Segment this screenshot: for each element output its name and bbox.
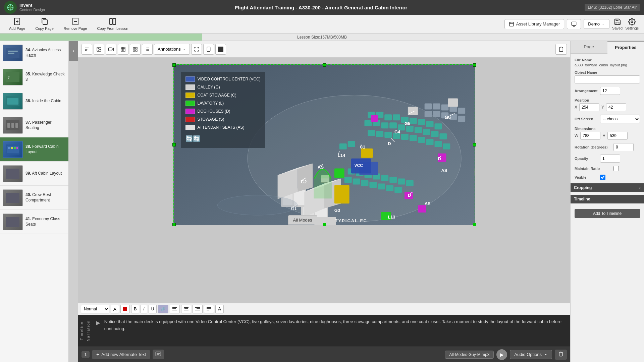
list-tool-button[interactable]	[142, 44, 153, 55]
align-center-button[interactable]	[181, 305, 191, 313]
svg-rect-93	[441, 104, 448, 110]
prop-opacity-input[interactable]	[600, 155, 620, 163]
italic-button[interactable]: I	[141, 305, 147, 313]
prop-maintain-ratio-checkbox[interactable]	[613, 166, 619, 171]
grid-tool-button[interactable]	[130, 44, 141, 55]
image-tool-button[interactable]	[94, 44, 104, 55]
svg-text:G5: G5	[404, 121, 410, 126]
mobile-view-button[interactable]	[203, 44, 214, 55]
sidebar-thumb-40	[3, 189, 23, 206]
sidebar-collapse-button[interactable]: ›	[69, 41, 78, 61]
handle-mid-right[interactable]	[473, 143, 476, 146]
right-tabs: Page Properties	[571, 41, 644, 54]
asset-library-button[interactable]: Asset Library Manager	[504, 19, 565, 29]
timeline-section-header[interactable]: Timeline	[571, 195, 644, 203]
link-button[interactable]: 🔗	[158, 305, 168, 313]
copy-page-button[interactable]: Copy Page	[32, 16, 57, 32]
tab-page[interactable]: Page	[571, 41, 607, 54]
sidebar-thumb-35: ?	[3, 69, 23, 85]
lesson-size-text: Lesson Size:157MB/500MB	[297, 35, 347, 40]
text-format-button[interactable]: A	[215, 305, 224, 313]
prop-visible-checkbox[interactable]	[600, 175, 605, 180]
fullscreen-button[interactable]	[191, 44, 202, 55]
justify-button[interactable]	[204, 305, 214, 313]
prop-rotation-input[interactable]	[613, 143, 634, 151]
prop-h-input[interactable]	[607, 132, 628, 140]
canvas[interactable]: G6 G5 G4 D C1 L14 AS G2 G1 G3 VCC D AS D	[173, 64, 475, 225]
narration-expand-icon[interactable]: ►	[95, 318, 102, 327]
add-page-button[interactable]: Add Page	[5, 16, 29, 32]
sidebar-item-40[interactable]: 40. Crew Rest Compartment	[0, 186, 68, 210]
prop-y-input[interactable]	[606, 103, 626, 111]
add-alt-text-button[interactable]: + Add new Alternate Text	[92, 350, 150, 359]
font-size-button[interactable]: A	[111, 305, 119, 313]
svg-rect-8	[110, 18, 112, 24]
legend-label-galley: GALLEY (G)	[198, 83, 220, 91]
sidebar-item-37[interactable]: 37. Passenger Seating	[0, 113, 68, 137]
copy-from-lesson-button[interactable]: Copy From Lesson	[93, 16, 132, 32]
prop-arrangement-input[interactable]	[600, 87, 620, 95]
svg-rect-88	[426, 139, 433, 145]
prop-object-name-input[interactable]	[575, 75, 640, 83]
handle-bottom-left[interactable]	[172, 223, 176, 226]
timeline-vertical-label: Timeline	[79, 321, 84, 340]
sidebar-item-39[interactable]: 39. Aft Cabin Layout	[0, 162, 68, 186]
play-button[interactable]: ▶	[496, 349, 507, 360]
svg-rect-32	[14, 147, 16, 149]
canvas-wrapper[interactable]: G6 G5 G4 D C1 L14 AS G2 G1 G3 VCC D AS D	[78, 58, 570, 303]
prop-off-screen-select[interactable]: -- choos Left Right Top Bottom	[600, 115, 640, 123]
font-style-select[interactable]: Normal Heading 1 Heading 2	[81, 305, 109, 313]
svg-rect-96	[424, 111, 432, 117]
sidebar-item-36[interactable]: 36. Inside the Cabin	[0, 89, 68, 113]
dark-mode-button[interactable]	[215, 44, 226, 55]
annotations-dropdown-button[interactable]: Annotations	[154, 44, 190, 55]
prop-w-input[interactable]	[580, 132, 600, 140]
remove-page-button[interactable]: Remove Page	[60, 16, 91, 32]
clipboard-button[interactable]	[555, 44, 567, 55]
delete-audio-button[interactable]	[555, 350, 567, 360]
handle-mid-left[interactable]	[172, 143, 176, 146]
bold-button[interactable]: B	[131, 305, 140, 313]
sidebar-item-34[interactable]: 34. Avionics Access Hatch	[0, 41, 68, 65]
sidebar-item-41[interactable]: 41. Economy Class Seats	[0, 210, 68, 234]
font-color-button[interactable]	[120, 305, 130, 313]
tab-properties[interactable]: Properties	[607, 41, 644, 54]
prop-w-label: W	[575, 133, 578, 138]
handle-top-center[interactable]	[323, 63, 326, 67]
add-to-timeline-button[interactable]: Add To Timeline	[575, 209, 640, 218]
underline-button[interactable]: U	[149, 305, 157, 313]
svg-text:G4: G4	[394, 129, 400, 134]
all-modes-tab[interactable]: All Modes	[288, 215, 317, 225]
topbar: Invent Content Design Flight Attendant T…	[0, 0, 644, 15]
align-left-button[interactable]	[170, 305, 180, 313]
saved-button[interactable]: Saved	[612, 18, 623, 30]
legend-row-doghouses: DOGHOUSES (D)	[185, 107, 261, 115]
caption-button[interactable]	[153, 350, 164, 359]
demo-button[interactable]: Demo	[584, 19, 609, 29]
handle-bottom-center[interactable]	[323, 223, 326, 226]
align-right-button[interactable]	[193, 305, 203, 313]
lesson-preview-button[interactable]	[567, 19, 581, 29]
svg-marker-39	[112, 48, 114, 50]
video-tool-button[interactable]	[106, 44, 116, 55]
settings-button[interactable]: Settings	[625, 18, 639, 30]
svg-rect-115	[394, 187, 402, 193]
handle-top-right[interactable]	[473, 63, 476, 67]
sidebar-thumb-34	[3, 45, 23, 61]
svg-rect-10	[509, 22, 514, 26]
text-tool-button[interactable]	[82, 44, 92, 55]
table-tool-button[interactable]	[118, 44, 128, 55]
toolbar-right-group: Asset Library Manager Demo Saved Setting…	[504, 18, 639, 30]
sidebar-item-38[interactable]: 38. Forward Cabin Layout	[0, 137, 68, 162]
cropping-section-header[interactable]: Cropping ›	[571, 183, 644, 192]
legend-label-doghouses: DOGHOUSES (D)	[198, 107, 230, 115]
legend-icons-row: 🔄🔄	[185, 133, 261, 145]
svg-rect-69	[426, 121, 433, 127]
prop-x-input[interactable]	[579, 103, 599, 111]
handle-bottom-right[interactable]	[473, 223, 476, 226]
audio-options-button[interactable]: Audio Options	[510, 350, 552, 359]
svg-rect-81	[368, 130, 375, 136]
handle-top-left[interactable]	[172, 63, 176, 67]
narration-textarea[interactable]	[104, 318, 567, 345]
sidebar-item-35[interactable]: ? 35. Knowledge Check 3	[0, 65, 68, 89]
